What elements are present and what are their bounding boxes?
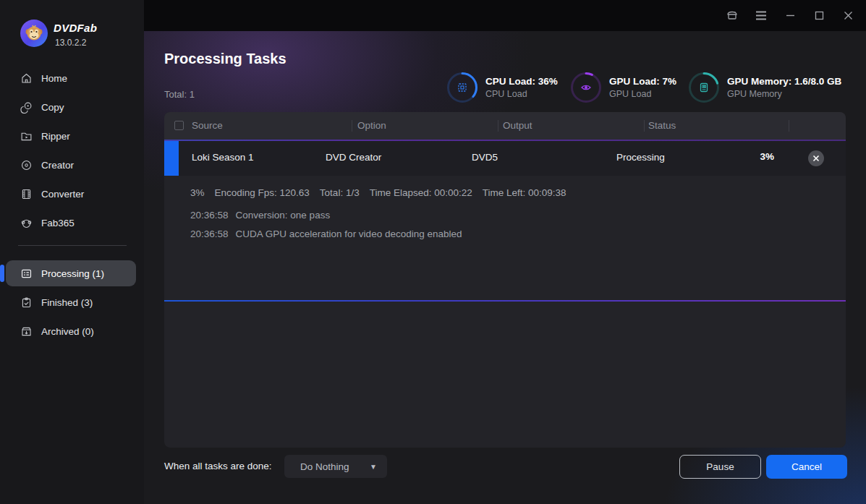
table-header: Source Option Output Status bbox=[164, 112, 846, 140]
sidebar-item-label: Home bbox=[41, 73, 67, 84]
cancel-button[interactable]: Cancel bbox=[766, 455, 847, 479]
main-content: Processing Tasks Total: 1 CPU Load: 36% … bbox=[144, 31, 866, 504]
creator-disc-icon bbox=[20, 159, 33, 171]
minimize-icon[interactable] bbox=[784, 9, 797, 22]
sidebar-item-label: Processing (1) bbox=[41, 268, 104, 279]
sidebar-item-finished[interactable]: Finished (3) bbox=[0, 288, 144, 317]
gpu-memory-label: GPU Memory bbox=[727, 89, 841, 99]
home-icon bbox=[20, 72, 33, 85]
select-all-checkbox[interactable] bbox=[174, 121, 184, 130]
gpu-load-value: GPU Load: 7% bbox=[609, 76, 676, 87]
log-line: 20:36:58CUDA GPU acceleration for video … bbox=[190, 228, 462, 239]
sidebar-item-ripper[interactable]: Ripper bbox=[0, 121, 144, 150]
gpu-memory-stat: GPU Memory: 1.6/8.0 GB GPU Memory bbox=[688, 72, 841, 103]
task-percent: 3% bbox=[760, 151, 774, 162]
sidebar-divider bbox=[18, 245, 127, 246]
column-header-status: Status bbox=[648, 120, 676, 131]
column-header-output: Output bbox=[503, 120, 532, 131]
task-close-button[interactable] bbox=[808, 150, 824, 166]
progress-percent: 3% bbox=[190, 187, 205, 198]
gpu-eye-icon bbox=[580, 81, 593, 94]
tasks-done-label: When all tasks are done: bbox=[164, 455, 272, 478]
crown-icon[interactable] bbox=[726, 9, 739, 22]
sidebar-item-label: Archived (0) bbox=[41, 326, 94, 337]
column-header-option: Option bbox=[357, 120, 386, 131]
titlebar bbox=[144, 0, 866, 31]
log-time: 20:36:58 bbox=[190, 210, 229, 221]
sidebar-item-label: Fab365 bbox=[41, 218, 75, 228]
fab365-monkey-icon bbox=[20, 217, 33, 229]
cpu-load-value: CPU Load: 36% bbox=[485, 76, 558, 87]
log-line: 20:36:58Conversion: one pass bbox=[190, 210, 330, 221]
sidebar-item-label: Finished (3) bbox=[41, 297, 93, 308]
task-panel: Source Option Output Status Loki Season … bbox=[164, 112, 846, 448]
progress-left: Time Left: 00:09:38 bbox=[483, 187, 566, 198]
progress-total: Total: 1/3 bbox=[320, 187, 360, 198]
task-row-accent bbox=[164, 141, 179, 176]
sidebar-item-processing[interactable]: Processing (1) bbox=[0, 259, 144, 288]
sidebar-item-converter[interactable]: Converter bbox=[0, 179, 144, 208]
dvdfab-window: DVDFab 13.0.2.2 Home Copy Ripper Creator bbox=[0, 0, 866, 504]
copy-discs-icon bbox=[20, 101, 33, 114]
sidebar-item-copy[interactable]: Copy bbox=[0, 93, 144, 121]
monkey-mascot-icon bbox=[23, 22, 45, 44]
task-group-divider bbox=[164, 300, 846, 302]
close-icon[interactable] bbox=[841, 9, 854, 22]
sidebar-item-fab365[interactable]: Fab365 bbox=[0, 208, 144, 237]
dropdown-value: Do Nothing bbox=[300, 461, 364, 472]
task-progress-details: 3%Encoding Fps: 120.63Total: 1/3Time Ela… bbox=[190, 187, 577, 198]
finished-clipboard-icon bbox=[20, 296, 33, 309]
progress-elapsed: Time Elapsed: 00:00:22 bbox=[370, 187, 472, 198]
app-version: 13.0.2.2 bbox=[55, 38, 86, 48]
gpu-memory-value: GPU Memory: 1.6/8.0 GB bbox=[727, 76, 841, 87]
sidebar-item-label: Creator bbox=[41, 160, 74, 171]
memory-chip-icon bbox=[697, 81, 710, 94]
pause-button[interactable]: Pause bbox=[679, 455, 761, 479]
maximize-icon[interactable] bbox=[812, 9, 825, 22]
sidebar-item-home[interactable]: Home bbox=[0, 64, 144, 93]
task-output: DVD5 bbox=[472, 152, 498, 163]
log-message: Conversion: one pass bbox=[236, 210, 331, 221]
task-row[interactable]: Loki Season 1 DVD Creator DVD5 Processin… bbox=[164, 141, 846, 176]
sidebar-item-label: Copy bbox=[41, 102, 64, 113]
sidebar-item-label: Ripper bbox=[41, 131, 70, 142]
gpu-load-label: GPU Load bbox=[609, 89, 676, 99]
sidebar: DVDFab 13.0.2.2 Home Copy Ripper Creator bbox=[0, 0, 144, 504]
menu-icon[interactable] bbox=[755, 9, 768, 22]
sidebar-item-label: Converter bbox=[41, 189, 84, 200]
log-message: CUDA GPU acceleration for video decoding… bbox=[236, 228, 462, 239]
ripper-folder-icon bbox=[20, 130, 33, 142]
chevron-down-icon: ▼ bbox=[370, 463, 377, 471]
task-source: Loki Season 1 bbox=[192, 152, 254, 163]
sidebar-item-creator[interactable]: Creator bbox=[0, 150, 144, 179]
cpu-load-stat: CPU Load: 36% CPU Load bbox=[446, 72, 558, 103]
app-name: DVDFab bbox=[54, 22, 97, 34]
processing-list-icon bbox=[20, 268, 33, 280]
archived-box-icon bbox=[20, 325, 33, 338]
sidebar-item-archived[interactable]: Archived (0) bbox=[0, 317, 144, 346]
tasks-done-dropdown[interactable]: Do Nothing ▼ bbox=[284, 455, 387, 478]
converter-film-icon bbox=[20, 188, 33, 200]
page-title: Processing Tasks bbox=[164, 51, 286, 67]
column-header-source: Source bbox=[192, 120, 223, 131]
close-x-icon bbox=[812, 155, 820, 162]
cpu-load-label: CPU Load bbox=[485, 89, 558, 99]
total-count: Total: 1 bbox=[164, 89, 195, 100]
progress-fps: Encoding Fps: 120.63 bbox=[215, 187, 310, 198]
dvdfab-logo bbox=[20, 20, 48, 47]
cpu-chip-icon bbox=[456, 81, 469, 94]
task-status: Processing bbox=[616, 152, 665, 163]
task-option: DVD Creator bbox=[326, 152, 381, 163]
gpu-load-stat: GPU Load: 7% GPU Load bbox=[570, 72, 676, 103]
log-time: 20:36:58 bbox=[190, 228, 229, 239]
